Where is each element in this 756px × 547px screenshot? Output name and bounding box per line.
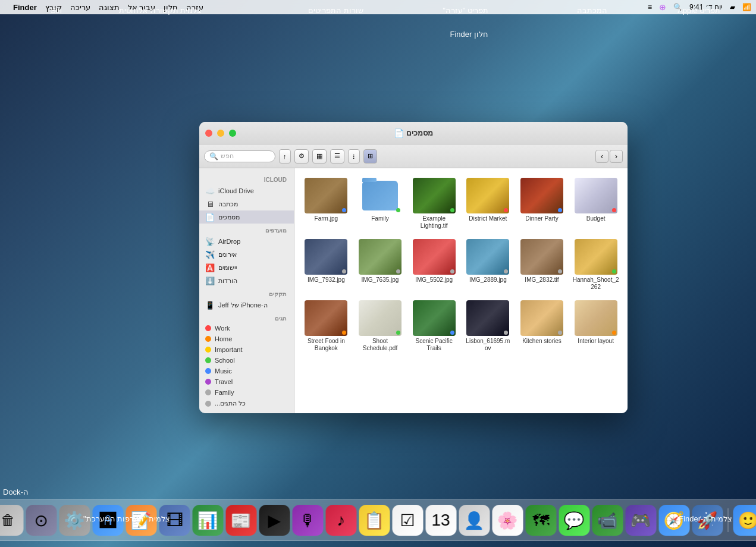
annotation-toolbar: שורות התפריטים (308, 6, 363, 15)
file-item[interactable]: Hannah_Shoot_2262 (570, 235, 622, 294)
file-item[interactable]: District Market (462, 174, 514, 233)
sidebar-item-documents[interactable]: מסמכים 📄 (199, 210, 294, 224)
sidebar-item-downloads[interactable]: הורדות ⬇️ (199, 274, 294, 287)
siri-icon[interactable]: ⊕ (659, 2, 666, 12)
sidebar-tag-music[interactable]: Music (199, 366, 294, 376)
file-item[interactable]: Example Lighting.tif (408, 174, 460, 233)
tag-home-label: Home (215, 335, 232, 342)
tag-family-label: Family (215, 389, 234, 396)
action-button[interactable]: ⚙ (294, 149, 309, 164)
file-name: Interior layout (578, 338, 614, 345)
file-item[interactable]: Farm.jpg (300, 174, 352, 233)
tag-music-label: Music (215, 367, 232, 375)
file-item[interactable]: IMG_5502.jpg (408, 235, 460, 294)
dock-item-podcasts[interactable]: 🎙 (292, 505, 323, 536)
file-item[interactable]: Lisbon_61695.mov (462, 297, 514, 356)
file-name: IMG_5502.jpg (415, 276, 453, 284)
search-box[interactable]: 🔍 חפש (204, 150, 275, 162)
search-icon: 🔍 (209, 152, 218, 161)
airdrop-label: AirDrop (218, 238, 240, 245)
dock-item-maps[interactable]: 🗺 (525, 505, 556, 536)
file-item[interactable]: Scenic Pacific Trails (408, 297, 460, 356)
desktop-label: מכתבה (218, 200, 238, 208)
dock-item-finder[interactable]: 🙂 (733, 505, 756, 536)
finder-sidebar: iCloud iCloud Drive ☁️ מכתבה 🖥 מסמכים 📄 … (199, 168, 294, 413)
icloud-drive-label: iCloud Drive (218, 187, 254, 194)
dock-item-numbers[interactable]: 📊 (192, 505, 223, 536)
file-name: Hannah_Shoot_2262 (572, 276, 619, 291)
file-item[interactable]: IMG_2889.jpg (462, 235, 514, 294)
dock-item-screen-capture[interactable]: ⊙ (26, 505, 57, 536)
sidebar-item-airdrop[interactable]: AirDrop 📡 (199, 235, 294, 248)
file-item[interactable]: Interior layout (570, 297, 622, 356)
file-item[interactable]: Dinner Party (516, 174, 568, 233)
applications-label: אירונים (218, 251, 237, 259)
menu-finder[interactable]: Finder (13, 3, 37, 12)
file-item[interactable]: Kitchen stories (516, 297, 568, 356)
desktop-sidebar-icon: 🖥 (205, 199, 215, 209)
dock-item-contacts[interactable]: 👤 (459, 505, 490, 536)
file-name: Budget (586, 215, 606, 222)
share-button[interactable]: ↑ (279, 149, 291, 164)
sidebar-tag-school[interactable]: School (199, 355, 294, 366)
dock-item-news[interactable]: 📰 (225, 505, 256, 536)
window-minimize-button[interactable] (217, 130, 224, 137)
sidebar-tag-family[interactable]: Family (199, 387, 294, 398)
sidebar-item-desktop[interactable]: מכתבה 🖥 (199, 197, 294, 210)
file-name: IMG_2832.tif (525, 276, 559, 284)
view-list-button[interactable]: ☰ (330, 149, 344, 164)
view-icon-button[interactable]: ▦ (312, 149, 327, 164)
sidebar-tag-work[interactable]: Work (199, 323, 294, 334)
wifi-icon[interactable]: 📶 (742, 3, 751, 11)
dock-item-notes[interactable]: 📋 (359, 505, 390, 536)
control-center-icon[interactable]: ≡ (648, 3, 652, 11)
file-name: IMG_7635.jpg (362, 276, 399, 284)
dock-item-trash[interactable]: 🗑 (0, 505, 23, 536)
file-item[interactable]: Shoot Schedule.pdf (355, 297, 406, 356)
dock-item-facetime[interactable]: 📹 (592, 505, 623, 536)
window-maximize-button[interactable] (229, 130, 236, 137)
file-item[interactable]: IMG_2832.tif (516, 235, 568, 294)
sidebar-tag-travel[interactable]: Travel (199, 376, 294, 387)
nav-forward-button[interactable]: › (610, 150, 623, 163)
icloud-drive-icon: ☁️ (205, 186, 215, 196)
finder-titlebar: 📄 מסמכים (199, 122, 628, 144)
nav-back-button[interactable]: ‹ (595, 150, 608, 163)
sidebar-tag-important[interactable]: Important (199, 344, 294, 355)
dock-item-calendar[interactable]: 13 (425, 505, 456, 536)
dock-item-reminders[interactable]: ☑ (392, 505, 423, 536)
file-item[interactable]: IMG_7932.jpg (300, 235, 352, 294)
dock-item-messages[interactable]: 💬 (559, 505, 589, 536)
tag-school-dot (205, 357, 211, 363)
documents-label: מסמכים (218, 213, 240, 221)
sidebar-icloud-section: iCloud (199, 173, 294, 184)
sidebar-item-apps[interactable]: יישומים 🅰️ (199, 261, 294, 274)
file-item[interactable]: IMG_7635.jpg (355, 235, 406, 294)
sidebar-tag-all[interactable]: כל התגים... (199, 398, 294, 409)
file-name: Farm.jpg (315, 215, 338, 222)
window-close-button[interactable] (205, 130, 212, 137)
downloads-icon: ⬇️ (205, 276, 215, 285)
dock-item-music[interactable]: ♪ (325, 505, 356, 536)
view-column-button[interactable]: ⫶ (348, 149, 360, 164)
dock-item-apple-tv[interactable]: ▶ (259, 505, 290, 536)
dock-item-game-center[interactable]: 🎮 (625, 505, 656, 536)
dock-item-photos[interactable]: 🌸 (492, 505, 523, 536)
file-name: Lisbon_61695.mov (465, 338, 512, 352)
view-gallery-button[interactable]: ⊞ (363, 149, 377, 164)
menu-view[interactable]: תצוגה (99, 3, 120, 12)
downloads-label: הורדות (218, 277, 237, 285)
tag-important-dot (205, 347, 211, 353)
file-item[interactable]: Family (355, 174, 406, 233)
sidebar-item-iphone[interactable]: ה-iPhone של Jeff 📱 (199, 298, 294, 312)
file-item[interactable]: Budget (570, 174, 622, 233)
battery-icon: ▰ (730, 3, 735, 11)
sidebar-tag-home[interactable]: Home (199, 334, 294, 344)
file-item[interactable]: Street Food in Bangkok (300, 297, 352, 356)
sidebar-item-applications[interactable]: אירונים ✈️ (199, 248, 294, 261)
file-name: Example Lighting.tif (410, 215, 457, 230)
menu-edit[interactable]: עריכה (70, 3, 90, 12)
file-name: Shoot Schedule.pdf (357, 338, 404, 352)
sidebar-item-icloud-drive[interactable]: iCloud Drive ☁️ (199, 184, 294, 197)
search-placeholder: חפש (221, 152, 234, 160)
